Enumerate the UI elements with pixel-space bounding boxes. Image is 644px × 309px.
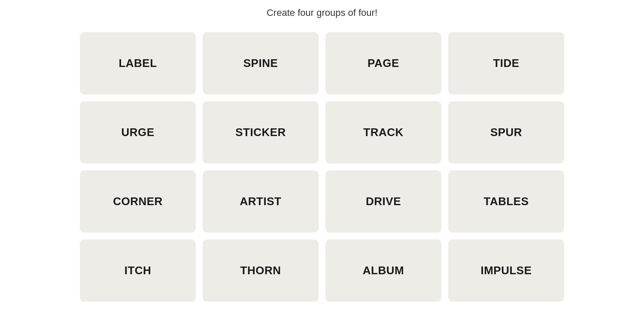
tile-label-urge: URGE [121, 126, 154, 139]
tile-album[interactable]: ALBUM [325, 239, 441, 302]
tile-label-sticker: STICKER [235, 126, 286, 139]
tile-thorn[interactable]: THORN [203, 239, 319, 302]
tile-label-itch: ITCH [125, 264, 152, 277]
tile-label-tide: TIDE [493, 57, 519, 70]
subtitle: Create four groups of four! [267, 7, 377, 18]
tile-impulse[interactable]: IMPULSE [448, 239, 564, 302]
tile-drive[interactable]: DRIVE [325, 170, 441, 233]
tile-label-page: PAGE [368, 57, 399, 70]
tile-label-track: TRACK [363, 126, 404, 139]
tile-spine[interactable]: SPINE [203, 32, 319, 94]
tile-corner[interactable]: CORNER [80, 170, 196, 233]
tile-tables[interactable]: TABLES [448, 170, 564, 233]
word-grid: LABELSPINEPAGETIDEURGESTICKERTRACKSPURCO… [80, 32, 564, 302]
tile-track[interactable]: TRACK [325, 101, 441, 164]
tile-page[interactable]: PAGE [325, 32, 441, 94]
tile-label-impulse: IMPULSE [480, 264, 532, 277]
tile-label-thorn: THORN [240, 264, 281, 277]
tile-label[interactable]: LABEL [80, 32, 196, 94]
tile-itch[interactable]: ITCH [80, 239, 196, 302]
tile-label-drive: DRIVE [366, 195, 401, 208]
tile-label-spine: SPINE [243, 57, 278, 70]
tile-spur[interactable]: SPUR [448, 101, 564, 164]
tile-artist[interactable]: ARTIST [203, 170, 319, 233]
tile-label-label: LABEL [118, 57, 157, 70]
tile-sticker[interactable]: STICKER [203, 101, 319, 164]
tile-label-artist: ARTIST [240, 195, 282, 208]
tile-urge[interactable]: URGE [80, 101, 196, 164]
tile-label-tables: TABLES [483, 195, 529, 208]
tile-tide[interactable]: TIDE [448, 32, 564, 94]
tile-label-album: ALBUM [363, 264, 404, 277]
tile-label-corner: CORNER [113, 195, 163, 208]
tile-label-spur: SPUR [490, 126, 522, 139]
